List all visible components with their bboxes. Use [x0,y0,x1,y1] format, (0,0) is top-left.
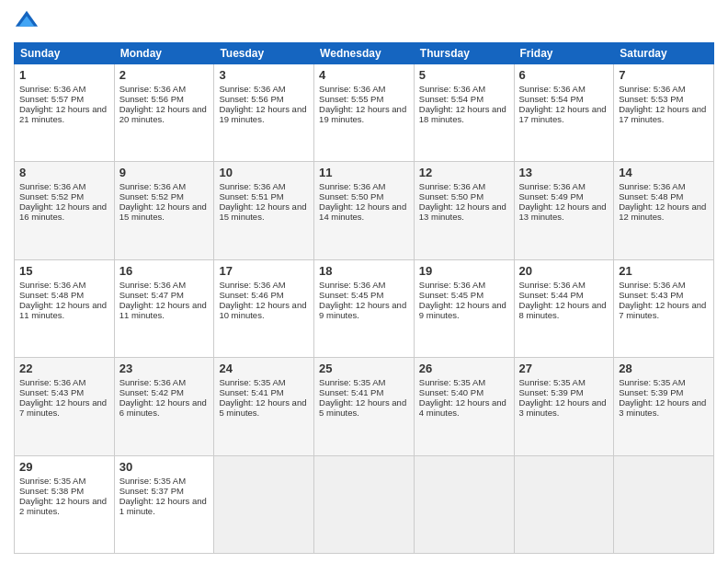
daylight-text: Daylight: 12 hours and 16 minutes. [19,201,107,222]
day-number: 25 [319,362,409,375]
calendar-cell: 10Sunrise: 5:36 AMSunset: 5:51 PMDayligh… [214,162,314,259]
calendar-cell: 12Sunrise: 5:36 AMSunset: 5:50 PMDayligh… [414,162,514,259]
header [14,9,714,35]
day-number: 16 [119,264,210,278]
day-number: 14 [619,166,709,179]
daylight-text: Daylight: 12 hours and 9 minutes. [319,300,406,320]
calendar-table: SundayMondayTuesdayWednesdayThursdayFrid… [14,42,714,554]
sunrise-text: Sunrise: 5:36 AM [319,280,385,290]
sunrise-text: Sunrise: 5:36 AM [119,84,186,94]
daylight-text: Daylight: 12 hours and 1 minute. [119,496,207,516]
calendar-header-row: SundayMondayTuesdayWednesdayThursdayFrid… [15,43,714,64]
calendar-cell: 8Sunrise: 5:36 AMSunset: 5:52 PMDaylight… [15,162,115,259]
daylight-text: Daylight: 12 hours and 4 minutes. [419,397,506,418]
day-number: 19 [419,264,509,278]
sunrise-text: Sunrise: 5:36 AM [119,280,186,290]
sunrise-text: Sunrise: 5:36 AM [219,181,285,191]
day-number: 22 [19,362,109,375]
calendar-cell: 24Sunrise: 5:35 AMSunset: 5:41 PMDayligh… [214,358,314,455]
day-number: 4 [319,68,409,82]
day-number: 30 [119,460,210,474]
calendar-header-friday: Friday [514,43,614,64]
day-number: 5 [419,68,509,82]
calendar-cell: 18Sunrise: 5:36 AMSunset: 5:45 PMDayligh… [314,259,415,357]
day-number: 2 [119,68,210,82]
day-number: 21 [619,264,709,278]
sunset-text: Sunset: 5:48 PM [619,191,683,201]
sunrise-text: Sunrise: 5:36 AM [319,181,385,191]
sunset-text: Sunset: 5:53 PM [619,94,683,104]
calendar-header-tuesday: Tuesday [214,43,314,64]
calendar-header-monday: Monday [114,43,214,64]
sunrise-text: Sunrise: 5:36 AM [519,84,586,94]
sunrise-text: Sunrise: 5:36 AM [419,280,485,290]
calendar-cell [414,455,514,553]
sunrise-text: Sunrise: 5:36 AM [219,84,285,94]
calendar-cell: 11Sunrise: 5:36 AMSunset: 5:50 PMDayligh… [314,162,415,259]
daylight-text: Daylight: 12 hours and 5 minutes. [219,397,306,418]
daylight-text: Daylight: 12 hours and 15 minutes. [119,201,207,222]
daylight-text: Daylight: 12 hours and 13 minutes. [419,201,506,222]
calendar-cell [214,455,314,553]
day-number: 3 [219,68,309,82]
sunset-text: Sunset: 5:56 PM [219,94,283,104]
sunset-text: Sunset: 5:54 PM [419,94,483,104]
sunrise-text: Sunrise: 5:36 AM [19,84,85,94]
calendar-cell: 16Sunrise: 5:36 AMSunset: 5:47 PMDayligh… [114,259,214,357]
day-number: 12 [419,166,509,179]
daylight-text: Daylight: 12 hours and 18 minutes. [419,104,506,124]
sunrise-text: Sunrise: 5:36 AM [319,84,385,94]
daylight-text: Daylight: 12 hours and 2 minutes. [19,496,107,516]
sunrise-text: Sunrise: 5:36 AM [119,377,186,387]
sunrise-text: Sunrise: 5:36 AM [619,84,685,94]
day-number: 23 [119,362,210,375]
sunset-text: Sunset: 5:52 PM [119,191,184,201]
sunset-text: Sunset: 5:55 PM [319,94,383,104]
day-number: 26 [419,362,509,375]
sunset-text: Sunset: 5:45 PM [419,290,483,300]
calendar-cell: 14Sunrise: 5:36 AMSunset: 5:48 PMDayligh… [614,162,714,259]
calendar-cell: 21Sunrise: 5:36 AMSunset: 5:43 PMDayligh… [614,259,714,357]
sunrise-text: Sunrise: 5:36 AM [219,280,285,290]
daylight-text: Daylight: 12 hours and 15 minutes. [219,201,306,222]
sunrise-text: Sunrise: 5:35 AM [219,377,285,387]
calendar-cell: 4Sunrise: 5:36 AMSunset: 5:55 PMDaylight… [314,64,415,162]
sunrise-text: Sunrise: 5:36 AM [419,84,485,94]
sunset-text: Sunset: 5:47 PM [119,290,184,300]
sunset-text: Sunset: 5:43 PM [619,290,683,300]
calendar-cell: 17Sunrise: 5:36 AMSunset: 5:46 PMDayligh… [214,259,314,357]
sunset-text: Sunset: 5:37 PM [119,486,184,496]
sunset-text: Sunset: 5:50 PM [319,191,383,201]
calendar-cell: 20Sunrise: 5:36 AMSunset: 5:44 PMDayligh… [514,259,614,357]
calendar-week-1: 1Sunrise: 5:36 AMSunset: 5:57 PMDaylight… [15,64,714,162]
daylight-text: Daylight: 12 hours and 19 minutes. [319,104,406,124]
calendar-header-thursday: Thursday [414,43,514,64]
sunset-text: Sunset: 5:43 PM [19,387,84,397]
logo-icon [14,9,40,35]
calendar-cell: 26Sunrise: 5:35 AMSunset: 5:40 PMDayligh… [414,358,514,455]
calendar-week-4: 22Sunrise: 5:36 AMSunset: 5:43 PMDayligh… [15,358,714,455]
daylight-text: Daylight: 12 hours and 17 minutes. [519,104,607,124]
daylight-text: Daylight: 12 hours and 21 minutes. [19,104,107,124]
sunset-text: Sunset: 5:46 PM [219,290,283,300]
day-number: 27 [519,362,609,375]
day-number: 7 [619,68,709,82]
daylight-text: Daylight: 12 hours and 5 minutes. [319,397,406,418]
day-number: 24 [219,362,309,375]
day-number: 11 [319,166,409,179]
day-number: 17 [219,264,309,278]
daylight-text: Daylight: 12 hours and 9 minutes. [419,300,506,320]
daylight-text: Daylight: 12 hours and 7 minutes. [19,397,107,418]
day-number: 9 [119,166,210,179]
daylight-text: Daylight: 12 hours and 10 minutes. [219,300,306,320]
daylight-text: Daylight: 12 hours and 7 minutes. [619,300,706,320]
sunset-text: Sunset: 5:41 PM [319,387,383,397]
day-number: 8 [19,166,109,179]
calendar-cell: 5Sunrise: 5:36 AMSunset: 5:54 PMDaylight… [414,64,514,162]
daylight-text: Daylight: 12 hours and 17 minutes. [619,104,706,124]
sunrise-text: Sunrise: 5:36 AM [419,181,485,191]
sunrise-text: Sunrise: 5:36 AM [519,280,586,290]
sunset-text: Sunset: 5:39 PM [519,387,584,397]
sunset-text: Sunset: 5:56 PM [119,94,184,104]
daylight-text: Daylight: 12 hours and 19 minutes. [219,104,306,124]
